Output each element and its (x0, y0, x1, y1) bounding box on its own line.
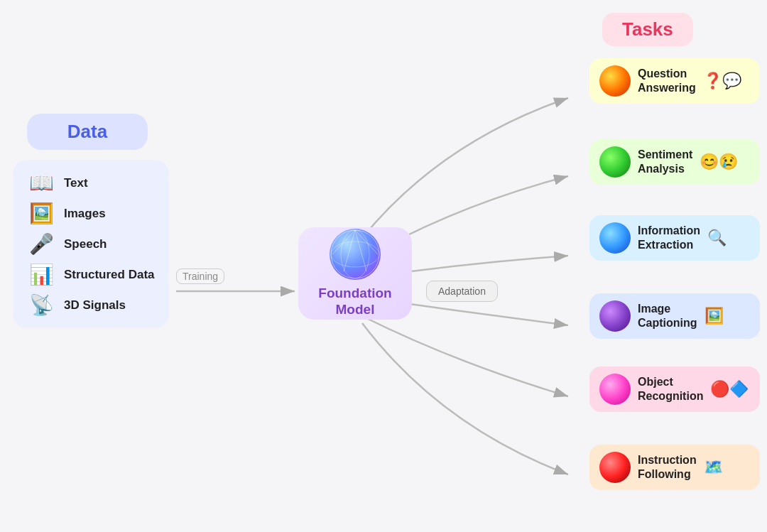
tasks-title-box: Tasks (602, 13, 693, 46)
task-if-emoji: 🗺️ (704, 458, 723, 477)
task-ie-emoji: 🔍 (707, 229, 727, 247)
task-card-qa: QuestionAnswering ❓💬 (589, 58, 760, 104)
data-label-box: Data (27, 114, 148, 150)
foundation-model-box: FoundationModel (298, 227, 412, 320)
data-section: Data 📖 Text 🖼️ Images 🎤 Speech 📊 Structu… (13, 114, 169, 328)
task-if-label: InstructionFollowing (638, 453, 697, 482)
speech-label: Speech (64, 237, 107, 251)
data-item-structured: 📊 Structured Data (26, 263, 156, 286)
sphere-or (599, 374, 631, 405)
sphere-ie (599, 222, 631, 254)
speech-icon: 🎤 (26, 232, 57, 256)
task-card-sa: SentimentAnalysis 😊😢 (589, 139, 760, 185)
foundation-sphere-lines (330, 229, 381, 280)
adaptation-label: Adaptation (438, 286, 486, 297)
task-ie-label: InformationExtraction (638, 224, 700, 252)
task-ic-emoji: 🖼️ (705, 307, 724, 325)
data-items-container: 📖 Text 🖼️ Images 🎤 Speech 📊 Structured D… (13, 160, 169, 328)
task-sa-label: SentimentAnalysis (638, 148, 692, 176)
training-label: Training (176, 268, 224, 284)
structured-label: Structured Data (64, 268, 155, 282)
adaptation-box: Adaptation (426, 281, 498, 302)
task-card-or: ObjectRecognition 🔴🔷 (589, 367, 760, 412)
sphere-ic (599, 300, 631, 332)
task-qa-label: QuestionAnswering (638, 67, 696, 95)
images-icon: 🖼️ (26, 202, 57, 225)
task-card-ie: InformationExtraction 🔍 (589, 215, 760, 261)
3d-icon: 📡 (26, 293, 57, 317)
sphere-sa (599, 146, 631, 178)
data-item-3d: 📡 3D Signals (26, 293, 156, 317)
svg-point-2 (331, 230, 379, 278)
task-ic-label: ImageCaptioning (638, 302, 697, 330)
svg-point-7 (331, 241, 379, 267)
sphere-if (599, 452, 631, 483)
3d-label: 3D Signals (64, 298, 126, 313)
data-item-speech: 🎤 Speech (26, 232, 156, 256)
tasks-title: Tasks (622, 18, 673, 40)
training-section: Training (176, 268, 224, 284)
sphere-qa (599, 65, 631, 97)
svg-point-8 (341, 230, 369, 278)
data-label: Data (67, 121, 107, 142)
text-label: Text (64, 176, 88, 190)
task-sa-emoji: 😊😢 (700, 153, 738, 171)
task-or-emoji: 🔴🔷 (710, 380, 749, 398)
foundation-label: FoundationModel (318, 286, 391, 318)
text-icon: 📖 (26, 171, 57, 195)
task-qa-emoji: ❓💬 (703, 72, 741, 90)
images-label: Images (64, 207, 106, 221)
task-card-ic: ImageCaptioning 🖼️ (589, 293, 760, 339)
task-card-if: InstructionFollowing 🗺️ (589, 445, 760, 490)
data-item-images: 🖼️ Images (26, 202, 156, 225)
task-or-label: ObjectRecognition (638, 375, 703, 403)
foundation-sphere (330, 229, 381, 280)
structured-icon: 📊 (26, 263, 57, 286)
data-item-text: 📖 Text (26, 171, 156, 195)
